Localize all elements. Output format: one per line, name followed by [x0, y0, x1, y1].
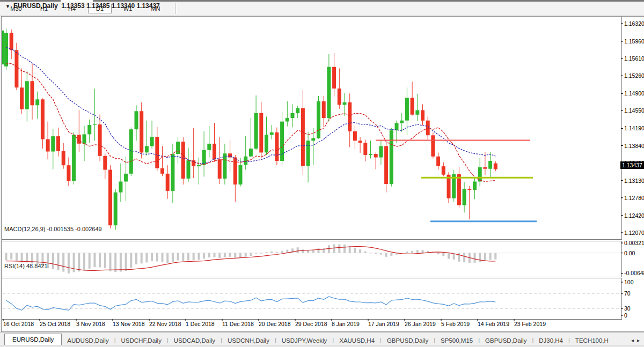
price-axis-label: 1.14550: [624, 107, 644, 114]
rsi-axis-label: 0: [624, 312, 627, 319]
date-axis-label: 13 Nov 2018: [113, 321, 145, 327]
chart-tab-gbpusd-daily[interactable]: GBPUSD,Daily: [480, 335, 532, 345]
macd-indicator-label: MACD(12,26,9) -0.001535 -0.002649: [4, 226, 102, 232]
price-axis-label: 1.13840: [624, 143, 644, 149]
date-axis-label: 22 Nov 2018: [149, 321, 181, 327]
tab-scroll-left-icon[interactable]: ◂: [631, 337, 634, 343]
macd-axis-label: -0.006485: [624, 270, 644, 276]
price-axis-label: 1.12070: [624, 230, 644, 236]
rsi-axis-label: 70: [624, 290, 631, 297]
macd-signal-value: -0.002649: [75, 226, 102, 232]
date-axis-label: 20 Dec 2018: [259, 321, 291, 327]
chart-tab-usdchf-daily[interactable]: USDCHF,Daily: [116, 335, 167, 345]
chart-tab-xauusd-h4[interactable]: XAUUSD,H4: [334, 335, 380, 345]
date-axis-label: 14 Feb 2019: [478, 321, 509, 327]
chart-tab-usdjpy-weekly[interactable]: USDJPY,Weekly: [276, 335, 333, 345]
chart-tab-dj30-h4[interactable]: DJ30,H4: [533, 335, 568, 345]
status-bar-edge: [0, 345, 644, 347]
rsi-indicator-label: RSI(14) 48.8421: [4, 263, 48, 269]
price-axis-label: 1.15260: [624, 72, 644, 79]
date-axis-label: 3 Nov 2018: [76, 321, 105, 327]
macd-axis-label: 0.00: [624, 250, 635, 256]
date-axis-label: 11 Dec 2018: [222, 321, 254, 327]
date-axis-label: 8 Jan 2019: [332, 321, 360, 327]
chart-tab-usdcnh-daily[interactable]: USDCNH,Daily: [222, 335, 275, 345]
date-axis-label: 29 Dec 2018: [295, 321, 327, 327]
date-axis-label: 23 Feb 2019: [514, 321, 546, 327]
chart-tab-tech100-h[interactable]: TECH100,H: [570, 335, 614, 345]
rsi-axis-label: 30: [624, 305, 631, 312]
chart-tab-usdcad-daily[interactable]: USDCAD,Daily: [169, 335, 221, 345]
price-axis-label: 1.13130: [624, 178, 644, 184]
chart-title: ▼EURUSD,Daily 1.13353 1.13485 1.13340 1.…: [5, 2, 160, 10]
trading-app: M30H1H4D1W1MN ▼EURUSD,Daily 1.13353 1.13…: [0, 0, 644, 347]
date-axis-label: 26 Jan 2019: [405, 321, 436, 327]
date-axis-label: 16 Oct 2018: [3, 321, 34, 327]
date-axis-label: 17 Jan 2019: [368, 321, 399, 327]
rsi-axis-label: 100: [624, 279, 634, 285]
rsi-value: 48.8421: [26, 263, 48, 269]
date-axis: 16 Oct 201825 Oct 20183 Nov 201813 Nov 2…: [0, 320, 644, 330]
tab-scroll-right-icon[interactable]: ▸: [637, 337, 640, 343]
chart-tab-audusd-daily[interactable]: AUDUSD,Daily: [62, 335, 114, 345]
chart-tab-sp500-m15[interactable]: SP500,M15: [435, 335, 478, 345]
price-axis-label: 1.14900: [624, 90, 644, 97]
chart-ohlc-values: 1.13353 1.13485 1.13340 1.13437: [61, 2, 160, 10]
price-axis-label: 1.16320: [624, 20, 644, 27]
rsi-pane[interactable]: [2, 278, 622, 320]
chart-window[interactable]: [1, 16, 644, 332]
date-axis-label: 5 Feb 2019: [441, 321, 470, 327]
symbol-tab-bar: EURUSD,DailyAUDUSD,Daily|USDCHF,Daily|US…: [0, 332, 644, 345]
date-axis-label: 1 Dec 2018: [186, 321, 215, 327]
price-axis-label: 1.14190: [624, 125, 644, 131]
macd-pane[interactable]: [2, 241, 622, 277]
main-chart-pane[interactable]: [2, 17, 622, 240]
chart-symbol: EURUSD,Daily: [13, 2, 58, 10]
toolbar-separator: [175, 3, 177, 14]
macd-axis-label: 0.003216: [624, 240, 644, 246]
price-axis-label: 1.15960: [624, 38, 644, 45]
chart-tab-eurusd-daily[interactable]: EURUSD,Daily: [4, 334, 62, 345]
price-axis-label: 1.15610: [624, 55, 644, 62]
date-axis-label: 25 Oct 2018: [40, 321, 70, 327]
macd-main-value: -0.001535: [47, 226, 74, 232]
chart-tab-gbpusd-daily[interactable]: GBPUSD,Daily: [382, 335, 434, 345]
chevron-down-icon[interactable]: ▼: [5, 4, 10, 9]
price-axis-label: 1.12780: [624, 195, 644, 201]
bid-price-tag: 1.13437: [620, 161, 644, 169]
price-axis-label: 1.12420: [624, 212, 644, 219]
